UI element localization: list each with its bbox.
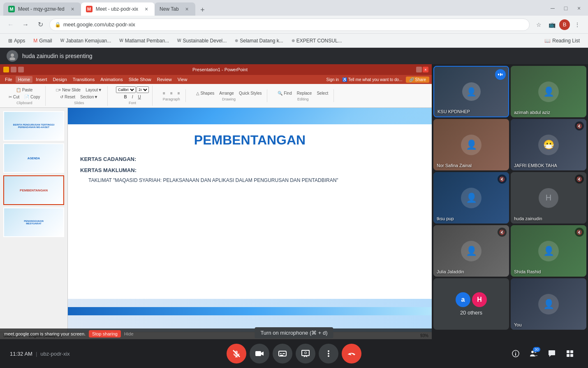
ppt-signin-area: Sign in ♿ Tell me what you want to do...…: [326, 77, 429, 83]
hide-button[interactable]: Hide: [124, 331, 134, 336]
svg-rect-26: [570, 354, 573, 357]
jafri-face: 😷: [538, 135, 559, 155]
ribbon-new-slide-btn[interactable]: □+ New Slide: [54, 87, 83, 93]
slide-thumb-3[interactable]: PEMBENTANGAN: [3, 175, 64, 205]
video-tile-huda[interactable]: H 🔇 huda zainudin: [511, 172, 586, 224]
ppt-close-btn[interactable]: [416, 67, 422, 72]
ppt-min-btn[interactable]: [11, 67, 16, 72]
captions-button[interactable]: [273, 344, 292, 363]
bookmark-apps[interactable]: ⊞ Apps: [5, 37, 28, 45]
slide-thumb-1[interactable]: BERITA PENGURUSAN TERTINGGIPERBADANAN MG…: [3, 111, 64, 141]
ribbon-find-btn[interactable]: 🔍 Find: [275, 90, 294, 96]
tab-2[interactable]: M Meet - ubz-podr-xix ×: [81, 2, 155, 16]
microphone-button[interactable]: [227, 344, 246, 363]
ribbon-shape-btn[interactable]: △ Shapes: [194, 90, 217, 96]
people-button[interactable]: 30: [525, 345, 542, 362]
ribbon-section-btn[interactable]: Section▼: [78, 94, 100, 100]
address-field[interactable]: 🔒 meet.google.com/ubz-podr-xix: [49, 19, 530, 31]
ribbon-underline-btn[interactable]: U: [136, 94, 143, 100]
ribbon-select-btn[interactable]: Select: [315, 90, 330, 96]
shida-mute-icon: 🔇: [575, 228, 584, 237]
video-tile-tksu[interactable]: 👤 🔇 tksu pup: [433, 172, 509, 224]
bookmarks-bar: ⊞ Apps M Gmail W Jabatan Kemajuan... W M…: [0, 34, 588, 48]
ribbon-layout-btn[interactable]: Layout▼: [83, 87, 104, 93]
ppt-share-btn[interactable]: 🔗 Share: [406, 77, 429, 83]
leave-call-button[interactable]: [342, 344, 361, 363]
slide-thumb-2[interactable]: AGENDA: [3, 143, 64, 173]
ppt-x-btn[interactable]: ×: [423, 67, 428, 72]
ribbon-cut-btn[interactable]: ✂ Cut: [7, 94, 21, 100]
ribbon-editing-label: Editing: [297, 97, 309, 101]
maximize-button[interactable]: □: [560, 2, 572, 14]
stop-sharing-button[interactable]: Stop sharing: [89, 330, 121, 338]
camera-button[interactable]: [250, 344, 269, 363]
ribbon-size-select[interactable]: 24: [137, 86, 149, 93]
julia-face: 👤: [461, 241, 482, 261]
ppt-menu-review[interactable]: Review: [155, 76, 174, 83]
tab-1-close[interactable]: ×: [69, 6, 76, 12]
bookmark-star-button[interactable]: ☆: [533, 19, 544, 30]
browser-close-button[interactable]: ×: [573, 2, 585, 14]
ppt-menu-animations[interactable]: Animations: [98, 76, 125, 83]
bookmark-matlamat[interactable]: W Matlamat Pemban...: [116, 37, 172, 45]
ppt-title-text: Presentation1 - PowerPoint: [24, 67, 416, 72]
back-button[interactable]: ←: [5, 19, 16, 30]
minimize-button[interactable]: ─: [547, 2, 558, 14]
tab-3-close[interactable]: ×: [184, 6, 190, 12]
ppt-menu-file[interactable]: File: [2, 76, 15, 83]
video-tile-you[interactable]: 👤 You: [511, 278, 586, 330]
video-tile-jafri[interactable]: 😷 🔇 JAFRI EMBOK TAHA: [511, 119, 586, 170]
ribbon-paste-btn[interactable]: 📋 Paste: [14, 87, 35, 93]
ppt-menu-view[interactable]: View: [175, 76, 190, 83]
video-tile-nor[interactable]: 👤 Nor Safina Zainal: [433, 119, 509, 170]
activities-button[interactable]: [562, 345, 578, 362]
slide-thumb-4[interactable]: PENANGGUHANMESYUARAT: [3, 207, 64, 237]
bookmark-gmail[interactable]: M Gmail: [30, 37, 55, 45]
ppt-menu-insert[interactable]: Insert: [33, 76, 50, 83]
forward-button[interactable]: →: [20, 19, 31, 30]
profile-button[interactable]: B: [559, 19, 570, 30]
tab-2-close[interactable]: ×: [143, 6, 150, 12]
ribbon-bold-btn[interactable]: B: [122, 94, 129, 100]
ribbon-quick-styles[interactable]: Quick Styles: [237, 90, 264, 96]
reload-button[interactable]: ↻: [35, 19, 46, 30]
ribbon-font-select[interactable]: Calibri: [116, 86, 136, 93]
ribbon-font-label: Font: [129, 101, 136, 105]
ribbon-reset-btn[interactable]: ↺ Reset: [58, 94, 77, 100]
bookmark-gmail-label: Gmail: [39, 38, 52, 44]
more-options-button[interactable]: [319, 344, 338, 363]
ribbon-arrange-btn[interactable]: Arrange: [217, 90, 236, 96]
video-tile-azimah[interactable]: 👤 azimah abdul aziz: [511, 66, 586, 117]
ribbon-align-center[interactable]: ≡: [168, 90, 175, 96]
present-button[interactable]: [296, 344, 315, 363]
meeting-info-button[interactable]: [507, 345, 524, 362]
ribbon-italic-btn[interactable]: I: [130, 94, 135, 100]
tab-3[interactable]: New Tab ×: [155, 2, 195, 16]
video-tile-ksu[interactable]: 👤 KSU KPDNHEP: [433, 66, 509, 117]
chat-button[interactable]: [544, 345, 560, 362]
more-chrome-button[interactable]: ⋮: [572, 19, 583, 30]
svg-rect-23: [567, 350, 569, 353]
video-tile-julia[interactable]: 👤 🔇 Julia Jaladdin: [433, 225, 509, 277]
ppt-menu-slideshow[interactable]: Slide Show: [126, 76, 154, 83]
ribbon-cut-copy: ✂ Cut 📄 Copy: [7, 94, 42, 100]
video-tile-shida[interactable]: 👤 🔇 Shida Rashid: [511, 225, 586, 277]
video-tile-others[interactable]: a H 20 others: [433, 278, 509, 330]
bookmark-selamat[interactable]: ⊕ Selamat Datang k...: [231, 37, 286, 45]
reading-list-button[interactable]: 📖 Reading List: [541, 37, 583, 45]
bookmark-jabatan[interactable]: W Jabatan Kemajuan...: [57, 37, 115, 45]
bookmark-expert[interactable]: ⊕ EXPERT CONSUL...: [288, 37, 345, 45]
ppt-menu-home[interactable]: Home: [16, 76, 32, 83]
present-icon: [301, 349, 310, 358]
ribbon-align-right[interactable]: ≡: [176, 90, 182, 96]
bookmark-sustainable[interactable]: W Sustainable Devel...: [174, 37, 230, 45]
ribbon-align-left[interactable]: ≡: [161, 90, 167, 96]
ppt-menu-transitions[interactable]: Transitions: [70, 76, 97, 83]
tab-1[interactable]: M Meet - mqy-gznw-fed ×: [3, 2, 81, 16]
ppt-menu-design[interactable]: Design: [51, 76, 69, 83]
ribbon-replace-btn[interactable]: Replace: [295, 90, 314, 96]
ribbon-copy-btn[interactable]: 📄 Copy: [22, 94, 42, 100]
cast-button[interactable]: 📺: [546, 19, 558, 30]
new-tab-button[interactable]: +: [197, 4, 208, 16]
ppt-max-btn[interactable]: [18, 67, 24, 72]
